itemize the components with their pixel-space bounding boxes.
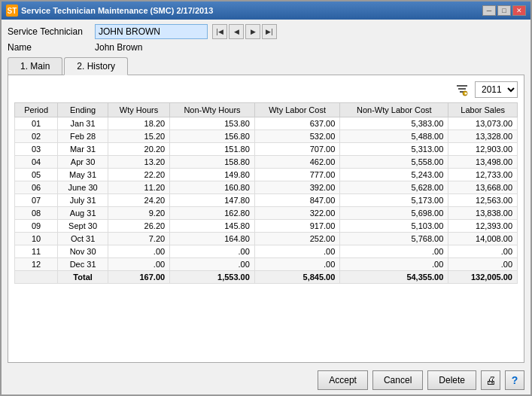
app-icon: ST	[6, 5, 18, 17]
title-bar: ST Service Technician Maintenance (SMC) …	[2, 2, 530, 20]
help-button[interactable]: ?	[505, 370, 524, 390]
bottom-bar: Accept Cancel Delete 🖨 ?	[2, 366, 530, 394]
col-header-period: Period	[15, 103, 58, 117]
col-header-wty-labor-cost: Wty Labor Cost	[254, 103, 340, 117]
table-footer: Total167.001,553.005,845.0054,355.00132,…	[15, 271, 518, 284]
name-row: Name John Brown	[8, 42, 524, 53]
nav-prev-button[interactable]: ◀	[229, 24, 244, 39]
table-row: 10Oct 317.20164.80252.005,768.0014,008.0…	[15, 233, 518, 245]
table-row: 12Dec 31.00.00.00.00.00	[15, 258, 518, 271]
nav-buttons: |◀ ◀ ▶ ▶|	[212, 24, 277, 39]
service-technician-label: Service Technician	[8, 26, 90, 37]
table-row: 07July 3124.20147.80847.005,173.0012,563…	[15, 194, 518, 207]
tab-main[interactable]: 1. Main	[8, 57, 62, 75]
history-table-container: Period Ending Wty Hours Non-Wty Hours Wt…	[14, 102, 518, 356]
table-row: 01Jan 3118.20153.80637.005,383.0013,073.…	[15, 117, 518, 130]
name-value: John Brown	[95, 42, 142, 53]
service-technician-row: Service Technician |◀ ◀ ▶ ▶|	[8, 24, 524, 39]
svg-rect-1	[458, 88, 466, 90]
table-row: 06June 3011.20160.80392.005,628.0013,668…	[15, 181, 518, 194]
nav-first-button[interactable]: |◀	[212, 24, 227, 39]
nav-last-button[interactable]: ▶|	[262, 24, 277, 39]
history-panel: ✱ 2009 2010 2011 2012 2013 Period	[8, 75, 524, 363]
table-header-row: Period Ending Wty Hours Non-Wty Hours Wt…	[15, 103, 518, 117]
content-area: Service Technician |◀ ◀ ▶ ▶| Name John B…	[2, 20, 530, 366]
tab-history[interactable]: 2. History	[64, 57, 128, 75]
name-label: Name	[8, 42, 90, 53]
filter-icon[interactable]: ✱	[454, 81, 470, 98]
table-row: 04Apr 3013.20158.80462.005,558.0013,498.…	[15, 156, 518, 169]
print-button[interactable]: 🖨	[481, 370, 500, 390]
service-technician-input[interactable]	[95, 24, 208, 39]
accept-button[interactable]: Accept	[318, 370, 368, 390]
col-header-wty-hours: Wty Hours	[108, 103, 169, 117]
title-bar-left: ST Service Technician Maintenance (SMC) …	[6, 5, 213, 17]
table-footer-row: Total167.001,553.005,845.0054,355.00132,…	[15, 271, 518, 284]
tab-bar: 1. Main 2. History	[8, 57, 524, 75]
cancel-button[interactable]: Cancel	[372, 370, 423, 390]
svg-text:✱: ✱	[464, 91, 467, 96]
nav-next-button[interactable]: ▶	[245, 24, 260, 39]
svg-rect-0	[457, 85, 467, 87]
table-row: 08Aug 319.20162.80322.005,698.0013,838.0…	[15, 207, 518, 220]
maximize-button[interactable]: □	[497, 5, 511, 16]
window-controls: ─ □ ✕	[482, 5, 526, 16]
minimize-button[interactable]: ─	[482, 5, 496, 16]
col-header-non-wty-labor-cost: Non-Wty Labor Cost	[340, 103, 448, 117]
window-title: Service Technician Maintenance (SMC) 2/1…	[21, 6, 213, 15]
table-row: 05May 3122.20149.80777.005,243.0012,733.…	[15, 169, 518, 181]
table-row: 11Nov 30.00.00.00.00.00	[15, 245, 518, 258]
table-row: 02Feb 2815.20156.80532.005,488.0013,328.…	[15, 130, 518, 143]
col-header-ending: Ending	[58, 103, 108, 117]
col-header-labor-sales: Labor Sales	[448, 103, 518, 117]
table-body: 01Jan 3118.20153.80637.005,383.0013,073.…	[15, 117, 518, 271]
col-header-non-wty-hours: Non-Wty Hours	[170, 103, 255, 117]
year-select[interactable]: 2009 2010 2011 2012 2013	[475, 81, 518, 98]
history-table: Period Ending Wty Hours Non-Wty Hours Wt…	[14, 102, 518, 284]
delete-button[interactable]: Delete	[427, 370, 476, 390]
close-button[interactable]: ✕	[512, 5, 526, 16]
main-window: ST Service Technician Maintenance (SMC) …	[0, 0, 532, 396]
table-row: 03Mar 3120.20151.80707.005,313.0012,903.…	[15, 143, 518, 156]
table-row: 09Sept 3026.20145.80917.005,103.0012,393…	[15, 220, 518, 233]
toolbar-row: ✱ 2009 2010 2011 2012 2013	[14, 81, 518, 98]
